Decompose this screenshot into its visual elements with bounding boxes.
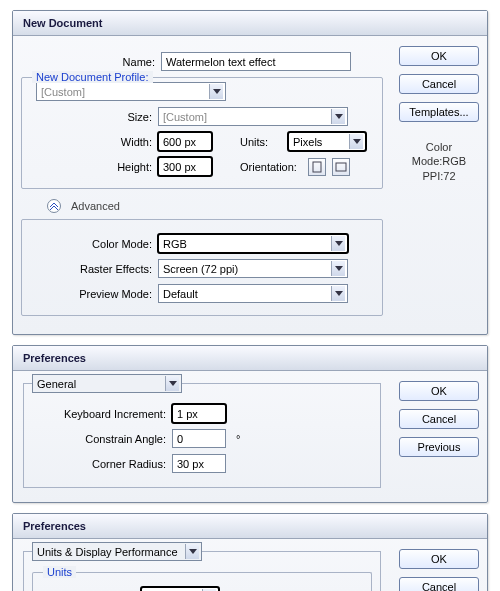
new-document-dialog: New Document Name: New Document Profile:… <box>12 10 488 335</box>
prefs-section-frame: General Keyboard Increment: Constrain An… <box>23 383 381 488</box>
ok-button[interactable]: OK <box>399 381 479 401</box>
advanced-group: Color Mode: RGB Raster Effects: Screen (… <box>21 219 383 316</box>
raster-label: Raster Effects: <box>30 263 158 275</box>
corner-radius-label: Corner Radius: <box>32 458 172 470</box>
chevron-down-icon <box>165 376 179 391</box>
chevron-down-icon <box>209 84 223 99</box>
prefs-section-select[interactable]: General <box>32 374 182 393</box>
preview-label: Preview Mode: <box>30 288 158 300</box>
svg-rect-0 <box>313 162 321 172</box>
profile-group-label: New Document Profile: <box>32 71 153 83</box>
profile-select[interactable]: [Custom] <box>36 82 226 101</box>
chevron-down-icon <box>331 236 345 251</box>
templates-button[interactable]: Templates... <box>399 102 479 122</box>
orientation-label: Orientation: <box>240 161 302 173</box>
width-label: Width: <box>30 136 158 148</box>
advanced-label: Advanced <box>71 200 120 212</box>
preview-select[interactable]: Default <box>158 284 348 303</box>
name-label: Name: <box>21 56 161 68</box>
colormode-select[interactable]: RGB <box>158 234 348 253</box>
dialog-title: Preferences <box>13 346 487 371</box>
chevron-down-icon <box>331 109 345 124</box>
previous-button[interactable]: Previous <box>399 437 479 457</box>
units-general-select[interactable]: Pixels <box>141 587 219 591</box>
chevron-up-icon <box>47 199 61 213</box>
keyboard-increment-label: Keyboard Increment: <box>32 408 172 420</box>
chevron-down-icon <box>331 261 345 276</box>
height-label: Height: <box>30 161 158 173</box>
chevron-down-icon <box>185 544 199 559</box>
orientation-portrait-icon[interactable] <box>308 158 326 176</box>
size-label: Size: <box>30 111 158 123</box>
color-mode-info: Color Mode:RGB PPI:72 <box>399 140 479 183</box>
degree-symbol: ° <box>236 433 240 445</box>
dialog-title: Preferences <box>13 514 487 539</box>
height-input[interactable] <box>158 157 212 176</box>
width-input[interactable] <box>158 132 212 151</box>
preferences-general-dialog: Preferences General Keyboard Increment: <box>12 345 488 503</box>
ok-button[interactable]: OK <box>399 549 479 569</box>
units-group: Units General: Pixels Stroke: <box>32 572 372 591</box>
prefs-section-select[interactable]: Units & Display Performance <box>32 542 202 561</box>
units-group-label: Units <box>43 566 76 578</box>
corner-radius-input[interactable] <box>172 454 226 473</box>
cancel-button[interactable]: Cancel <box>399 409 479 429</box>
size-select[interactable]: [Custom] <box>158 107 348 126</box>
chevron-down-icon <box>349 134 363 149</box>
constrain-angle-label: Constrain Angle: <box>32 433 172 445</box>
chevron-down-icon <box>331 286 345 301</box>
preferences-units-dialog: Preferences Units & Display Performance … <box>12 513 488 591</box>
profile-group: New Document Profile: [Custom] Size: <box>21 77 383 189</box>
units-label: Units: <box>240 136 282 148</box>
cancel-button[interactable]: Cancel <box>399 577 479 591</box>
constrain-angle-input[interactable] <box>172 429 226 448</box>
keyboard-increment-input[interactable] <box>172 404 226 423</box>
name-input[interactable] <box>161 52 351 71</box>
colormode-label: Color Mode: <box>30 238 158 250</box>
advanced-toggle[interactable]: Advanced <box>47 199 383 213</box>
units-select[interactable]: Pixels <box>288 132 366 151</box>
orientation-landscape-icon[interactable] <box>332 158 350 176</box>
cancel-button[interactable]: Cancel <box>399 74 479 94</box>
ok-button[interactable]: OK <box>399 46 479 66</box>
svg-rect-1 <box>336 163 346 171</box>
prefs-section-frame: Units & Display Performance Units Genera… <box>23 551 381 591</box>
dialog-title: New Document <box>13 11 487 36</box>
raster-select[interactable]: Screen (72 ppi) <box>158 259 348 278</box>
